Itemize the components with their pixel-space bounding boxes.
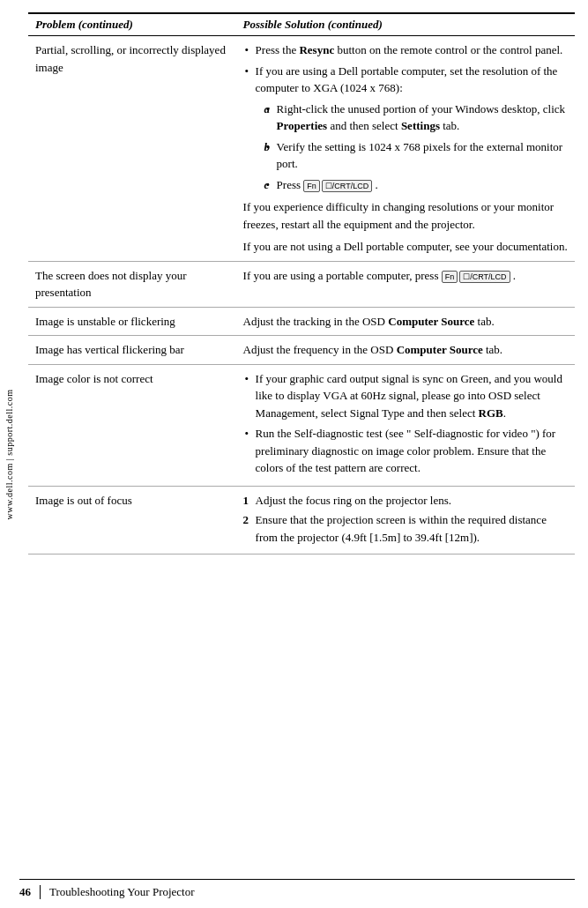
problem-cell: Image has vertical flickering bar bbox=[28, 336, 236, 365]
footer: 46 Troubleshooting Your Projector bbox=[19, 879, 575, 899]
problem-cell: Image is unstable or flickering bbox=[28, 307, 236, 336]
troubleshooting-table: Problem (continued) Possible Solution (c… bbox=[28, 12, 575, 554]
table-row: Image color is not correct If your graph… bbox=[28, 364, 575, 486]
solution-cell: If your graphic card output signal is sy… bbox=[236, 364, 575, 486]
solution-cell: If you are using a portable computer, pr… bbox=[236, 261, 575, 307]
solution-cell: Adjust the tracking in the OSD Computer … bbox=[236, 307, 575, 336]
table-row: Image has vertical flickering bar Adjust… bbox=[28, 336, 575, 365]
page-number: 46 bbox=[19, 885, 31, 899]
main-content: Problem (continued) Possible Solution (c… bbox=[19, 0, 588, 607]
sidebar-label: www.dell.com | support.dell.com bbox=[5, 389, 15, 519]
problem-cell: Image color is not correct bbox=[28, 364, 236, 486]
problem-cell: Partial, scrolling, or incorrectly displ… bbox=[28, 36, 236, 262]
footer-title: Troubleshooting Your Projector bbox=[49, 885, 195, 899]
solution-cell: Press the Resync button on the remote co… bbox=[236, 36, 575, 262]
solution-cell: 1Adjust the focus ring on the projector … bbox=[236, 486, 575, 554]
col1-header: Problem (continued) bbox=[28, 13, 236, 36]
table-row: The screen does not display your present… bbox=[28, 261, 575, 307]
solution-cell: Adjust the frequency in the OSD Computer… bbox=[236, 336, 575, 365]
footer-divider bbox=[40, 885, 41, 899]
sidebar: www.dell.com | support.dell.com bbox=[0, 0, 19, 908]
table-row: Image is out of focus 1Adjust the focus … bbox=[28, 486, 575, 554]
problem-cell: Image is out of focus bbox=[28, 486, 236, 554]
col2-header: Possible Solution (continued) bbox=[236, 13, 575, 36]
table-row: Partial, scrolling, or incorrectly displ… bbox=[28, 36, 575, 262]
problem-cell: The screen does not display your present… bbox=[28, 261, 236, 307]
table-row: Image is unstable or flickering Adjust t… bbox=[28, 307, 575, 336]
